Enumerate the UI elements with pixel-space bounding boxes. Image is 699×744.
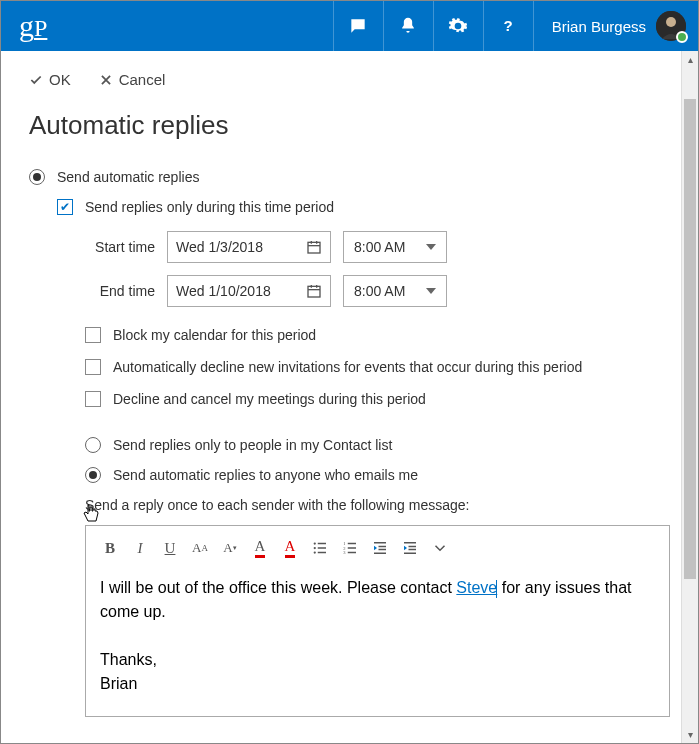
anyone-label: Send automatic replies to anyone who ema…	[113, 467, 418, 483]
anyone-radio[interactable]	[85, 467, 101, 483]
send-replies-radio-row: Send automatic replies	[29, 169, 670, 185]
msg-part1: I will be out of the office this week. P…	[100, 579, 456, 596]
italic-button[interactable]: I	[126, 534, 154, 562]
bold-button[interactable]: B	[96, 534, 124, 562]
time-grid: Start time Wed 1/3/2018 8:00 AM End time…	[85, 231, 670, 307]
start-time-input[interactable]: 8:00 AM	[343, 231, 447, 263]
highlight-button[interactable]: A	[276, 534, 304, 562]
app-logo: gP	[1, 9, 65, 43]
svg-rect-7	[308, 286, 320, 297]
number-list-button[interactable]: 123	[336, 534, 364, 562]
font-size-decrease-button[interactable]: A▾	[216, 534, 244, 562]
start-time-label: Start time	[85, 239, 155, 255]
font-size-increase-button[interactable]: AA	[186, 534, 214, 562]
user-menu[interactable]: Brian Burgess	[533, 1, 698, 51]
end-date-input[interactable]: Wed 1/10/2018	[167, 275, 331, 307]
time-period-label: Send replies only during this time perio…	[85, 199, 334, 215]
scroll-up-icon[interactable]: ▴	[682, 51, 698, 68]
avatar	[656, 11, 686, 41]
svg-text:3: 3	[343, 550, 346, 555]
app-header: gP ? Brian Burgess	[1, 1, 698, 51]
options-block: Block my calendar for this period Automa…	[85, 327, 670, 407]
user-name: Brian Burgess	[552, 18, 646, 35]
chevron-down-icon	[426, 288, 436, 294]
reply-section: Send replies only to people in my Contac…	[85, 437, 670, 717]
end-time-input[interactable]: 8:00 AM	[343, 275, 447, 307]
message-editor: B I U AA A▾ A A 123	[85, 525, 670, 717]
end-time-label: End time	[85, 283, 155, 299]
reply-description: Send a reply once to each sender with th…	[85, 497, 670, 513]
time-period-row: Send replies only during this time perio…	[57, 199, 670, 215]
chevron-down-icon	[426, 244, 436, 250]
scrollbar[interactable]: ▴ ▾	[681, 51, 698, 743]
start-time-value: 8:00 AM	[354, 239, 405, 255]
editor-body[interactable]: I will be out of the office this week. P…	[86, 570, 669, 716]
bell-icon[interactable]	[383, 1, 433, 51]
page-title: Automatic replies	[29, 110, 670, 141]
header-right: ? Brian Burgess	[333, 1, 698, 51]
svg-point-15	[314, 551, 316, 553]
msg-sign: Brian	[100, 675, 137, 692]
svg-point-2	[666, 17, 676, 27]
gear-icon[interactable]	[433, 1, 483, 51]
contacts-only-radio[interactable]	[85, 437, 101, 453]
start-date-input[interactable]: Wed 1/3/2018	[167, 231, 331, 263]
content: OK Cancel Automatic replies Send automat…	[1, 51, 698, 743]
ok-button[interactable]: OK	[29, 71, 71, 88]
cancel-label: Cancel	[119, 71, 166, 88]
calendar-icon	[306, 239, 322, 255]
bullet-list-button[interactable]	[306, 534, 334, 562]
end-time-value: 8:00 AM	[354, 283, 405, 299]
svg-text:?: ?	[504, 17, 513, 34]
svg-point-11	[314, 542, 316, 544]
ok-label: OK	[49, 71, 71, 88]
time-period-checkbox[interactable]	[57, 199, 73, 215]
contacts-only-label: Send replies only to people in my Contac…	[113, 437, 392, 453]
block-calendar-label: Block my calendar for this period	[113, 327, 316, 343]
start-date-value: Wed 1/3/2018	[176, 239, 263, 255]
send-replies-radio[interactable]	[29, 169, 45, 185]
svg-rect-3	[308, 242, 320, 253]
auto-decline-checkbox[interactable]	[85, 359, 101, 375]
action-bar: OK Cancel	[29, 71, 670, 88]
scroll-thumb[interactable]	[684, 99, 696, 579]
decline-cancel-checkbox[interactable]	[85, 391, 101, 407]
font-color-button[interactable]: A	[246, 534, 274, 562]
msg-link[interactable]: Steve	[456, 579, 497, 596]
svg-point-13	[314, 547, 316, 549]
send-replies-label: Send automatic replies	[57, 169, 199, 185]
underline-button[interactable]: U	[156, 534, 184, 562]
end-date-value: Wed 1/10/2018	[176, 283, 271, 299]
editor-toolbar: B I U AA A▾ A A 123	[86, 526, 669, 570]
scroll-down-icon[interactable]: ▾	[682, 726, 698, 743]
calendar-icon	[306, 283, 322, 299]
chat-icon[interactable]	[333, 1, 383, 51]
status-dot-icon	[676, 31, 688, 43]
auto-decline-label: Automatically decline new invitations fo…	[113, 359, 582, 375]
outdent-button[interactable]	[366, 534, 394, 562]
more-formatting-button[interactable]	[426, 534, 454, 562]
indent-button[interactable]	[396, 534, 424, 562]
cancel-button[interactable]: Cancel	[99, 71, 166, 88]
decline-cancel-label: Decline and cancel my meetings during th…	[113, 391, 426, 407]
msg-thanks: Thanks,	[100, 651, 157, 668]
block-calendar-checkbox[interactable]	[85, 327, 101, 343]
help-icon[interactable]: ?	[483, 1, 533, 51]
